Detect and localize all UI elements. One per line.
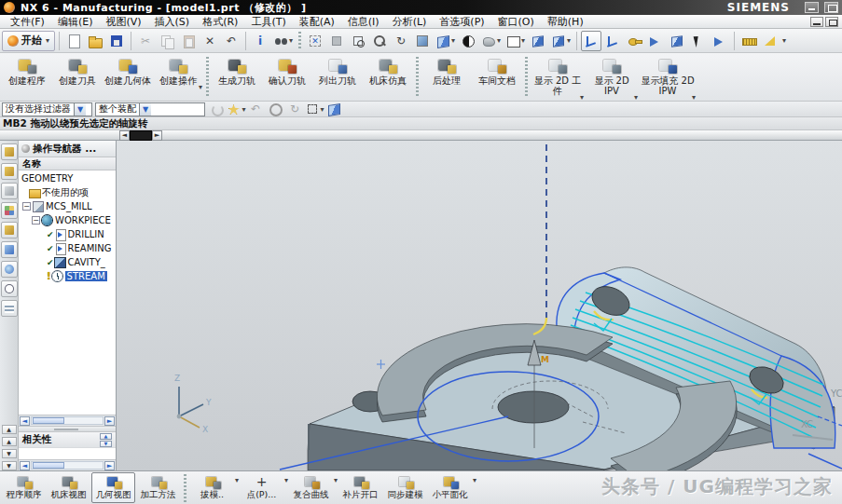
previous-selection-button[interactable]: ↶ bbox=[247, 102, 264, 116]
measure-distance-button[interactable] bbox=[738, 31, 759, 51]
palettes-button[interactable] bbox=[1, 300, 18, 317]
scroll-thumb[interactable] bbox=[130, 130, 152, 141]
window-restore-button[interactable] bbox=[824, 2, 838, 13]
scroll-right-icon[interactable]: ► bbox=[152, 130, 162, 141]
prompt-scrollbar[interactable]: ◄ ► bbox=[119, 130, 162, 141]
menu-help[interactable]: 帮助(H) bbox=[541, 15, 590, 29]
rotate-view-button[interactable]: ↻ bbox=[391, 31, 411, 51]
name-column-header[interactable]: 名称 bbox=[19, 157, 116, 170]
highlight-selection-button[interactable] bbox=[208, 102, 225, 116]
chevron-down-icon[interactable]: ▾ bbox=[235, 476, 239, 484]
menu-format[interactable]: 格式(R) bbox=[196, 15, 244, 29]
web-browser-button[interactable] bbox=[1, 261, 18, 278]
menu-tools[interactable]: 工具(T) bbox=[244, 15, 292, 29]
scroll-left-icon[interactable]: ◄ bbox=[20, 461, 30, 470]
fill-view-button[interactable] bbox=[326, 31, 347, 51]
verify-toolpath-button[interactable]: 确认刀轨 bbox=[262, 54, 312, 100]
zoom-button[interactable] bbox=[369, 31, 390, 51]
shaded-display-button[interactable]: ▾ bbox=[434, 31, 457, 51]
section-view-button[interactable]: ▾ bbox=[479, 31, 503, 51]
deselect-all-button[interactable] bbox=[267, 102, 283, 116]
dependencies-expand-up-button[interactable]: ▲ bbox=[100, 433, 112, 440]
chevron-down-icon[interactable]: ▾ bbox=[284, 476, 288, 484]
menu-assemblies[interactable]: 装配(A) bbox=[293, 15, 341, 29]
scroll-right-icon[interactable]: ► bbox=[104, 461, 115, 470]
resource-pin-button[interactable]: ▲ bbox=[2, 437, 17, 446]
composite-curve-button[interactable]: 复合曲线 bbox=[289, 472, 333, 503]
viewport-canvas[interactable]: XC YC M bbox=[117, 141, 842, 470]
window-minimize-button[interactable] bbox=[805, 2, 819, 13]
create-tool-button[interactable]: 创建刀具 bbox=[52, 54, 103, 100]
tree-row-geometry[interactable]: GEOMETRY bbox=[19, 171, 116, 185]
render-style-button[interactable] bbox=[458, 31, 478, 51]
operation-navigator-button[interactable] bbox=[1, 222, 18, 238]
chevron-down-icon[interactable]: ▾ bbox=[473, 476, 476, 484]
pan-view-button[interactable] bbox=[412, 31, 433, 51]
rectangle-select-button[interactable]: ▾ bbox=[306, 102, 323, 116]
postprocess-button[interactable]: 后处理 bbox=[421, 54, 472, 100]
show-2d-ipv-button[interactable]: 显示 2D IPV▾ bbox=[585, 54, 639, 100]
synchronous-modeling-button[interactable]: 同步建模 bbox=[383, 472, 427, 503]
new-part-button[interactable] bbox=[63, 31, 84, 51]
create-program-button[interactable]: 创建程序 bbox=[2, 54, 52, 100]
background-button[interactable]: ▾ bbox=[504, 31, 527, 51]
delete-button[interactable]: ✕ bbox=[200, 31, 220, 51]
menu-preferences[interactable]: 首选项(P) bbox=[433, 15, 490, 29]
part-navigator-button[interactable] bbox=[1, 183, 18, 199]
dependencies-horizontal-scrollbar[interactable]: ◄ ► bbox=[19, 459, 116, 470]
document-minimize-button[interactable] bbox=[810, 17, 823, 27]
collapse-expander-icon[interactable]: − bbox=[22, 202, 31, 211]
resource-dock-button[interactable]: ▼ bbox=[2, 461, 17, 470]
reuse-library-button[interactable] bbox=[1, 202, 18, 219]
show-filled-2d-ipw-button[interactable]: 显示填充 2D IPW▾ bbox=[639, 54, 697, 100]
dependencies-header[interactable]: 相关性 ▲ ▼ bbox=[19, 431, 116, 447]
show-2d-workpiece-button[interactable]: 显示 2D 工件▾ bbox=[531, 54, 585, 100]
open-button[interactable] bbox=[85, 31, 105, 51]
shop-documentation-button[interactable]: 车间文档 bbox=[472, 54, 522, 100]
scroll-left-icon[interactable]: ◄ bbox=[119, 130, 130, 141]
tree-row-workpiece[interactable]: − WORKPIECE bbox=[19, 213, 116, 227]
view-machine-tool-button[interactable]: 机床视图 bbox=[47, 472, 90, 503]
menu-information[interactable]: 信息(I) bbox=[341, 15, 386, 29]
wcs-dynamics-button[interactable] bbox=[581, 31, 601, 51]
scroll-left-icon[interactable]: ◄ bbox=[20, 416, 30, 426]
assembly-navigator-button[interactable] bbox=[1, 143, 18, 160]
tree-horizontal-scrollbar[interactable]: ◄ ► bbox=[19, 415, 116, 426]
resource-scroll-down-button[interactable]: ▼ bbox=[2, 449, 17, 458]
command-finder-button[interactable]: ▾ bbox=[271, 31, 295, 51]
document-restore-button[interactable] bbox=[825, 17, 838, 27]
select-from-list-button[interactable]: ↻ bbox=[286, 102, 303, 116]
tree-row-unused-items[interactable]: 不使用的项 bbox=[19, 185, 116, 199]
dependencies-expand-down-button[interactable]: ▼ bbox=[100, 441, 112, 447]
save-button[interactable] bbox=[106, 31, 127, 51]
view-geometry-button[interactable]: 几何视图 bbox=[91, 472, 135, 503]
scroll-thumb[interactable] bbox=[33, 417, 64, 424]
shaded-solid-filter-button[interactable] bbox=[325, 102, 342, 116]
toolbar-overflow-icon[interactable]: ▾ bbox=[782, 36, 786, 45]
snap-point-toggle-button[interactable]: ▾ bbox=[228, 102, 244, 116]
selection-filter-dropdown[interactable]: 没有选择过滤器 ▼ bbox=[2, 102, 92, 116]
view-program-order-button[interactable]: 程序顺序 bbox=[2, 472, 46, 503]
fit-view-button[interactable] bbox=[305, 31, 325, 51]
zoom-region-button[interactable] bbox=[348, 31, 368, 51]
cut-button[interactable]: ✂ bbox=[135, 31, 156, 51]
menu-window[interactable]: 窗口(O) bbox=[491, 15, 541, 29]
wcs-orient-button[interactable] bbox=[602, 31, 623, 51]
create-geometry-button[interactable]: 创建几何体 bbox=[103, 54, 153, 100]
menu-file[interactable]: 文件(F) bbox=[4, 15, 51, 29]
history-button[interactable] bbox=[1, 280, 18, 297]
quick-pick-button[interactable] bbox=[710, 31, 730, 51]
orient-view-button[interactable] bbox=[528, 31, 548, 51]
tree-row-mcs-mill[interactable]: − MCS_MILL bbox=[19, 199, 116, 213]
select-cursor-button[interactable] bbox=[688, 31, 709, 51]
menu-analysis[interactable]: 分析(L) bbox=[386, 15, 434, 29]
snap-point-button[interactable] bbox=[624, 31, 644, 51]
generate-toolpath-button[interactable]: 生成刀轨 bbox=[212, 54, 262, 100]
facet-body-button[interactable]: 小平面化 bbox=[428, 472, 472, 503]
start-button[interactable]: 开始 ▾ bbox=[2, 31, 55, 51]
tree-row-drilling[interactable]: ✔ DRILLIN bbox=[19, 227, 116, 241]
constraint-navigator-button[interactable] bbox=[1, 163, 18, 180]
menu-edit[interactable]: 编辑(E) bbox=[51, 15, 100, 29]
tree-row-streamline[interactable]: ! STREAM bbox=[19, 269, 116, 283]
draft-button[interactable]: 拔模.. bbox=[190, 472, 234, 503]
